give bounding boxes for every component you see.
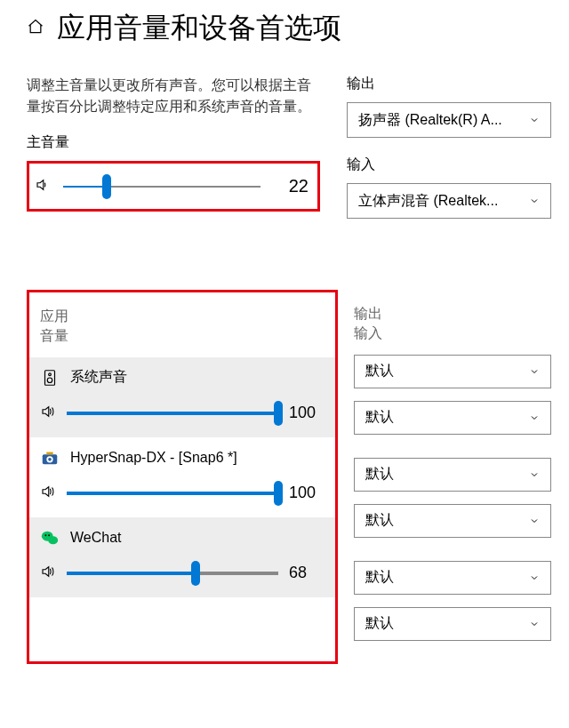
app-volume-value: 100 xyxy=(289,484,325,502)
column-header-app: 应用音量 xyxy=(29,307,335,357)
speaker-low-icon[interactable] xyxy=(35,177,51,196)
chevron-down-icon xyxy=(529,572,540,583)
chevron-down-icon xyxy=(529,196,540,206)
app-volume-value: 100 xyxy=(289,404,325,422)
app-device-block: 默认默认 xyxy=(354,355,551,458)
chevron-down-icon xyxy=(529,366,540,377)
app-device-block: 默认默认 xyxy=(354,561,551,664)
svg-point-9 xyxy=(45,534,47,536)
svg-point-10 xyxy=(48,534,50,536)
svg-point-5 xyxy=(48,458,52,461)
main-volume-value: 22 xyxy=(273,176,309,196)
speaker-icon[interactable] xyxy=(40,484,56,503)
app-name: 系统声音 xyxy=(70,368,127,387)
speaker-device-icon xyxy=(40,368,60,388)
input-label: 输入 xyxy=(347,156,551,174)
svg-point-1 xyxy=(49,373,52,376)
output-label: 输出 xyxy=(347,75,551,93)
app-row: WeChat68 xyxy=(29,517,335,597)
speaker-icon[interactable] xyxy=(40,564,56,583)
output-device-select[interactable]: 扬声器 (Realtek(R) A... xyxy=(347,102,551,138)
app-output-value: 默认 xyxy=(365,568,394,587)
apps-volume-column: 应用音量 系统声音100HyperSnap-DX - [Snap6 *]100W… xyxy=(27,290,338,664)
input-device-value: 立体声混音 (Realtek... xyxy=(358,192,498,211)
apps-section: 应用音量 系统声音100HyperSnap-DX - [Snap6 *]100W… xyxy=(27,290,551,664)
wechat-icon xyxy=(40,528,60,548)
svg-point-8 xyxy=(48,536,58,544)
app-row: 系统声音100 xyxy=(29,357,335,437)
main-volume-control: 22 xyxy=(27,161,320,212)
app-output-select[interactable]: 默认 xyxy=(354,355,551,388)
chevron-down-icon xyxy=(529,619,540,629)
chevron-down-icon xyxy=(529,412,540,423)
speaker-icon[interactable] xyxy=(40,404,56,423)
chevron-down-icon xyxy=(529,516,540,526)
app-output-value: 默认 xyxy=(365,465,394,484)
app-volume-slider[interactable] xyxy=(67,492,278,495)
app-input-value: 默认 xyxy=(365,511,394,530)
chevron-down-icon xyxy=(529,115,540,125)
output-device-value: 扬声器 (Realtek(R) A... xyxy=(358,111,502,130)
app-name: HyperSnap-DX - [Snap6 *] xyxy=(70,450,237,466)
home-icon[interactable] xyxy=(27,18,44,39)
app-name: WeChat xyxy=(70,530,122,546)
app-volume-value: 68 xyxy=(289,564,325,582)
app-volume-slider[interactable] xyxy=(67,412,278,415)
app-output-select[interactable]: 默认 xyxy=(354,561,551,595)
chevron-down-icon xyxy=(529,469,540,480)
page-title: 应用音量和设备首选项 xyxy=(57,9,341,48)
svg-point-2 xyxy=(47,378,52,383)
app-row: HyperSnap-DX - [Snap6 *]100 xyxy=(29,437,335,517)
svg-rect-6 xyxy=(46,452,52,454)
app-input-select[interactable]: 默认 xyxy=(354,504,551,538)
main-volume-label: 主音量 xyxy=(27,133,320,152)
main-volume-slider[interactable] xyxy=(63,186,260,188)
app-input-select[interactable]: 默认 xyxy=(354,607,551,641)
input-device-select[interactable]: 立体声混音 (Realtek... xyxy=(347,183,551,219)
camera-icon xyxy=(40,448,60,468)
app-input-select[interactable]: 默认 xyxy=(354,401,551,435)
description-text: 调整主音量以更改所有声音。您可以根据主音量按百分比调整特定应用和系统声音的音量。 xyxy=(27,75,320,117)
page-header: 应用音量和设备首选项 xyxy=(27,9,551,48)
app-output-value: 默认 xyxy=(365,362,394,380)
app-output-select[interactable]: 默认 xyxy=(354,458,551,492)
app-device-block: 默认默认 xyxy=(354,458,551,561)
column-header-device: 输出输入 xyxy=(354,304,551,355)
app-input-value: 默认 xyxy=(365,408,394,427)
app-volume-slider[interactable] xyxy=(67,572,278,575)
app-input-value: 默认 xyxy=(365,614,394,633)
apps-device-column: 输出输入 默认默认默认默认默认默认 xyxy=(354,290,551,664)
